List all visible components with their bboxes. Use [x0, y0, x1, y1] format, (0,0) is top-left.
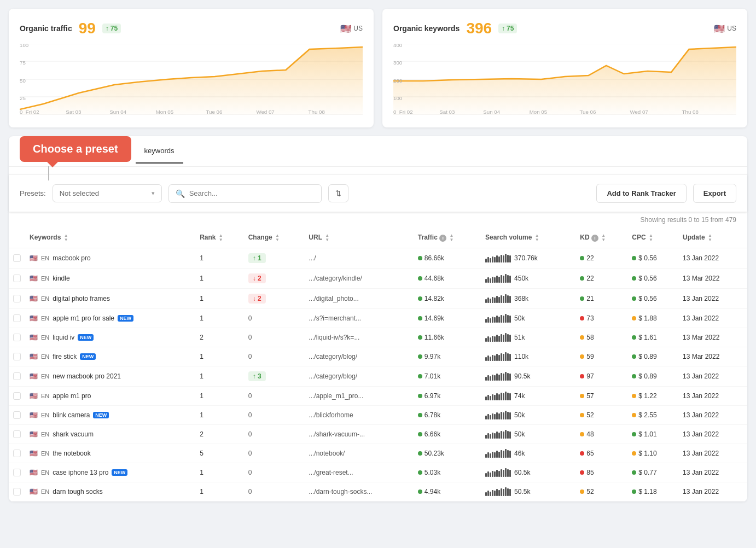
cpc-cell: $ 1.10: [627, 444, 678, 463]
traffic-cell: 44.68k: [414, 269, 481, 289]
th-traffic[interactable]: Traffic i ▲▼: [414, 228, 481, 248]
sv-value: 74k: [514, 392, 525, 400]
th-change[interactable]: Change ▲▼: [244, 228, 305, 248]
keyword-cell: 🇺🇸 EN macbook pro: [25, 248, 195, 269]
th-update[interactable]: Update ▲▼: [678, 228, 747, 248]
row-checkbox[interactable]: [13, 254, 21, 262]
svg-text:100: 100: [393, 96, 402, 101]
sort-icon: ⇅: [335, 189, 341, 197]
row-checkbox[interactable]: [13, 314, 21, 322]
url-cell[interactable]: .../category/blog/: [304, 347, 413, 366]
update-cell: 13 Jan 2022: [678, 425, 747, 444]
cpc-value: $ 0.56: [638, 295, 656, 302]
kd-info-icon[interactable]: i: [591, 235, 598, 242]
presets-dropdown[interactable]: Not selected ▾: [53, 184, 162, 202]
traffic-value: 50.23k: [424, 450, 444, 457]
traffic-info-icon[interactable]: i: [439, 235, 446, 242]
new-badge: NEW: [93, 412, 109, 418]
url-cell[interactable]: .../category/blog/: [304, 366, 413, 387]
table-row: 🇺🇸 EN the notebook 50.../notebook/50.23k…: [9, 444, 747, 463]
chart-header-traffic: Organic traffic 99 ↑ 75 🇺🇸 US: [20, 20, 363, 37]
url-cell[interactable]: .../darn-tough-socks...: [304, 482, 413, 502]
row-checkbox[interactable]: [13, 275, 21, 282]
svg-text:25: 25: [20, 96, 26, 101]
url-cell[interactable]: .../category/kindle/: [304, 269, 413, 289]
change-up: ↑ 3: [248, 371, 266, 381]
row-checkbox[interactable]: [13, 372, 21, 380]
th-cpc[interactable]: CPC ▲▼: [627, 228, 678, 248]
add-to-rank-tracker-button[interactable]: Add to Rank Tracker: [596, 184, 686, 203]
traffic-value: 44.68k: [424, 275, 444, 282]
url-cell[interactable]: .../digital_photo...: [304, 289, 413, 309]
row-checkbox[interactable]: [13, 430, 21, 438]
svg-text:Fri 02: Fri 02: [399, 109, 413, 115]
sort-arrows-rank: ▲▼: [219, 234, 223, 242]
url-cell[interactable]: .../notebook/: [304, 444, 413, 463]
lang-badge: EN: [41, 393, 49, 399]
search-box[interactable]: 🔍: [168, 184, 322, 203]
lang-badge: EN: [41, 431, 49, 438]
update-cell: 13 Jan 2022: [678, 387, 747, 406]
row-checkbox[interactable]: [13, 392, 21, 400]
table-row: 🇺🇸 EN digital photo frames 1↓ 2.../digit…: [9, 289, 747, 309]
traffic-cell: 86.66k: [414, 248, 481, 269]
sv-cell: 368k: [481, 289, 575, 309]
flag-emoji: 🇺🇸: [30, 275, 38, 282]
url-cell[interactable]: .../great-reset...: [304, 463, 413, 482]
keyword-cell: 🇺🇸 EN shark vacuum: [25, 425, 195, 444]
url-cell[interactable]: .../shark-vacuum-...: [304, 425, 413, 444]
flag-emoji: 🇺🇸: [30, 469, 38, 476]
svg-text:Wed 07: Wed 07: [630, 109, 648, 115]
row-checkbox[interactable]: [13, 450, 21, 457]
change-zero: 0: [248, 488, 252, 495]
kd-cell: 65: [575, 444, 627, 463]
cpc-dot: [632, 296, 636, 301]
cpc-value: $ 1.61: [638, 334, 656, 341]
url-cell[interactable]: .../s?i=merchant...: [304, 309, 413, 328]
row-checkbox[interactable]: [13, 334, 21, 341]
url-cell[interactable]: .../blickforhome: [304, 406, 413, 425]
url-cell[interactable]: .../apple_m1_pro...: [304, 387, 413, 406]
country-flag-keywords: 🇺🇸 US: [714, 24, 736, 34]
search-input[interactable]: [189, 189, 315, 197]
vol-bar: [485, 392, 511, 400]
th-keywords[interactable]: Keywords ▲▼: [25, 228, 195, 248]
tab-keywords[interactable]: keywords: [136, 139, 183, 164]
traffic-dot: [418, 256, 422, 260]
row-checkbox[interactable]: [13, 469, 21, 476]
traffic-dot: [418, 335, 422, 340]
update-cell: 13 Jan 2022: [678, 444, 747, 463]
table-row: 🇺🇸 EN liquid iv NEW 20.../liquid-iv/s?k=…: [9, 328, 747, 347]
change-cell: 0: [244, 387, 305, 406]
change-cell: 0: [244, 482, 305, 502]
change-zero: 0: [248, 353, 252, 360]
tab-keywords-label: keywords: [144, 147, 175, 155]
sv-value: 368k: [514, 295, 528, 302]
change-zero: 0: [248, 334, 252, 341]
row-checkbox[interactable]: [13, 353, 21, 360]
kd-value: 52: [586, 488, 594, 495]
keyword-text: kindle: [53, 275, 69, 282]
sort-arrows-traffic: ▲▼: [450, 234, 454, 242]
th-search-volume[interactable]: Search volume ▲▼: [481, 228, 575, 248]
th-kd[interactable]: KD i ▲▼: [575, 228, 627, 248]
flag-emoji: 🇺🇸: [30, 450, 38, 457]
th-rank[interactable]: Rank ▲▼: [195, 228, 244, 248]
change-cell: ↓ 2: [244, 269, 305, 289]
row-checkbox[interactable]: [13, 411, 21, 419]
kd-dot: [580, 354, 584, 359]
row-checkbox[interactable]: [13, 488, 21, 495]
url-cell[interactable]: .../: [304, 248, 413, 269]
th-url[interactable]: URL ▲▼: [304, 228, 413, 248]
traffic-cell: 6.66k: [414, 425, 481, 444]
keyword-text: the notebook: [53, 450, 90, 457]
sort-filter-button[interactable]: ⇅: [328, 184, 348, 202]
cpc-dot: [632, 354, 636, 359]
row-checkbox[interactable]: [13, 295, 21, 302]
export-button[interactable]: Export: [693, 184, 736, 203]
url-cell[interactable]: .../liquid-iv/s?k=...: [304, 328, 413, 347]
change-cell: ↑ 3: [244, 366, 305, 387]
sort-arrows-change: ▲▼: [275, 234, 280, 242]
cpc-value: $ 0.89: [638, 353, 656, 360]
sv-cell: 50.5k: [481, 482, 575, 502]
